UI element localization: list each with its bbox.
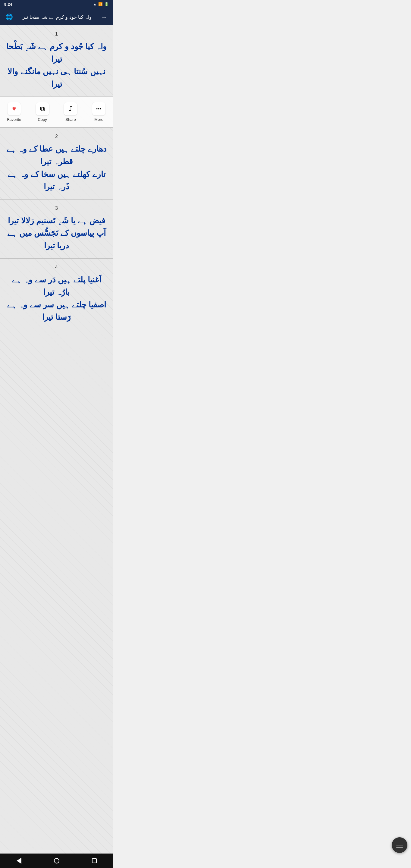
main-content: 1 واہ کیا جُود و کرم ہے شَہِ بَطْحا تیرا… (0, 25, 113, 868)
verse-number-2: 2 (3, 134, 110, 139)
verse-section-2: 2 دھارے چلتے ہیں عطا کے وہ ہے قطرہ تیرا … (0, 128, 113, 199)
more-icon: ••• (92, 102, 105, 116)
verse-section-4: 4 اَغنیا پلتے ہیں دَر سے وہ ہے بارُہ تیر… (0, 258, 113, 330)
next-arrow-icon[interactable]: → (99, 13, 109, 21)
verse-text-3: فیض ہے یا شَہِ تَسنیم زلالا تیرا آپ پیاس… (3, 215, 110, 252)
status-icons: ▲ 📶 🔋 (93, 2, 109, 6)
copy-icon: ⧉ (36, 102, 49, 116)
header: 🌐 واہ کیا جود و کرم ہے شہ بطحا تیرا → (0, 8, 113, 25)
share-button[interactable]: ⤴ Share (60, 100, 81, 124)
favorite-icon: ♥ (7, 102, 21, 116)
android-nav-bar (0, 854, 113, 868)
verse-section-1: 1 واہ کیا جُود و کرم ہے شَہِ بَطْحا تیرا… (0, 25, 113, 96)
verse-text-4: اَغنیا پلتے ہیں دَر سے وہ ہے بارُہ تیرا … (3, 274, 110, 324)
home-button[interactable] (48, 855, 66, 867)
globe-icon[interactable]: 🌐 (4, 13, 14, 21)
verse-number-4: 4 (3, 265, 110, 270)
verse-section-3: 3 فیض ہے یا شَہِ تَسنیم زلالا تیرا آپ پی… (0, 199, 113, 258)
battery-icon: 🔋 (104, 2, 109, 6)
signal-icon: 📶 (98, 2, 103, 6)
favorite-button[interactable]: ♥ Favorite (4, 100, 25, 124)
header-title: واہ کیا جود و کرم ہے شہ بطحا تیرا (14, 14, 99, 20)
action-bar: ♥ Favorite ⧉ Copy ⤴ Share ••• More (0, 96, 113, 127)
back-button[interactable] (10, 855, 28, 867)
copy-label: Copy (38, 117, 47, 122)
status-bar: 9:24 ▲ 📶 🔋 (0, 0, 113, 8)
status-time: 9:24 (4, 2, 12, 7)
more-button[interactable]: ••• More (88, 100, 109, 124)
recents-button[interactable] (85, 855, 103, 867)
back-icon (17, 858, 22, 864)
share-label: Share (65, 117, 76, 122)
home-icon (54, 858, 59, 864)
verse-text-1: واہ کیا جُود و کرم ہے شَہِ بَطْحا تیرا ن… (3, 40, 110, 90)
verse-number-1: 1 (3, 31, 110, 37)
more-label: More (94, 117, 103, 122)
favorite-label: Favorite (7, 117, 21, 122)
wifi-icon: ▲ (93, 2, 97, 6)
recents-icon (92, 858, 97, 863)
verse-text-2: دھارے چلتے ہیں عطا کے وہ ہے قطرہ تیرا تا… (3, 143, 110, 193)
verse-number-3: 3 (3, 206, 110, 211)
share-icon: ⤴ (64, 102, 77, 116)
copy-button[interactable]: ⧉ Copy (32, 100, 53, 124)
